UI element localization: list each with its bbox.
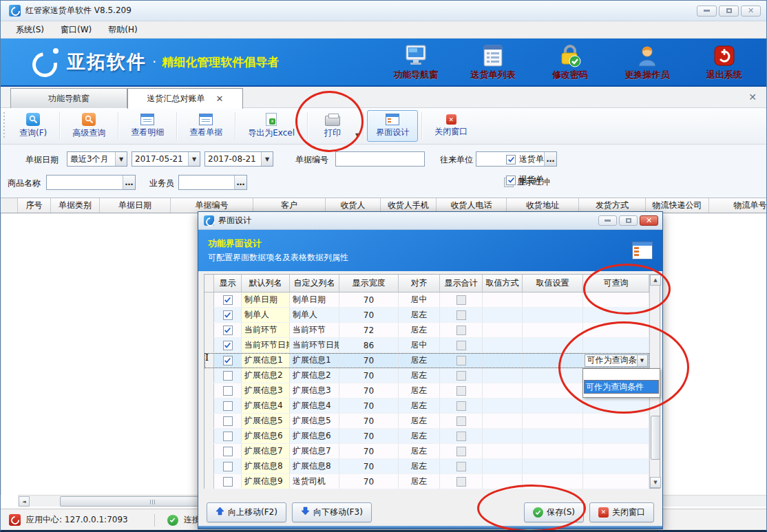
default-name-cell[interactable]: 扩展信息4 xyxy=(242,398,290,413)
show-cell[interactable] xyxy=(214,292,242,307)
value-setting-cell[interactable] xyxy=(523,398,583,413)
show-cell[interactable] xyxy=(214,429,242,443)
return-checkbox[interactable]: 退货单 xyxy=(506,174,544,186)
default-name-cell[interactable]: 扩展信息2 xyxy=(242,368,290,383)
custom-name-cell[interactable]: 扩展信息2 xyxy=(290,368,339,383)
scroll-down-icon[interactable]: ▼ xyxy=(650,477,661,488)
align-cell[interactable]: 居左 xyxy=(399,429,440,443)
view-document-button[interactable]: 查看单据 xyxy=(180,110,231,142)
align-cell[interactable]: 居左 xyxy=(399,474,440,489)
table-row[interactable]: 扩展信息6扩展信息670居左 xyxy=(204,429,649,444)
checkbox-checked-icon[interactable] xyxy=(506,155,516,164)
width-cell[interactable]: 70 xyxy=(339,398,399,413)
queryable-cell[interactable] xyxy=(583,414,649,428)
table-row[interactable]: 制单日期制单日期70居中 xyxy=(204,292,649,308)
print-dropdown-icon[interactable]: ▼ xyxy=(355,132,359,138)
width-cell[interactable]: 70 xyxy=(339,414,399,428)
align-cell[interactable]: 居左 xyxy=(399,444,440,458)
show-cell[interactable] xyxy=(214,308,242,322)
main-column-header[interactable]: 客户 xyxy=(253,198,326,213)
sum-cell[interactable] xyxy=(440,323,483,337)
sum-cell[interactable] xyxy=(440,444,483,458)
width-cell[interactable]: 70 xyxy=(339,383,399,398)
show-checkbox[interactable] xyxy=(223,416,233,426)
sum-checkbox[interactable] xyxy=(456,477,466,487)
dropdown-blank-option[interactable] xyxy=(583,369,660,380)
width-cell[interactable]: 70 xyxy=(339,444,399,458)
tab-delivery-summary[interactable]: 送货汇总对账单 ✕ xyxy=(127,88,243,109)
value-method-cell[interactable] xyxy=(483,338,523,352)
product-picker[interactable]: … xyxy=(46,175,136,190)
nav-window-button[interactable]: 功能导航窗 xyxy=(386,43,445,81)
custom-name-cell[interactable]: 制单人 xyxy=(290,308,339,322)
menu-help[interactable]: 帮助(H) xyxy=(100,22,145,38)
value-setting-cell[interactable] xyxy=(523,323,583,337)
value-method-cell[interactable] xyxy=(483,429,523,443)
sum-cell[interactable] xyxy=(440,353,483,368)
queryable-cell[interactable] xyxy=(583,323,649,337)
align-cell[interactable]: 居中 xyxy=(399,292,440,307)
main-column-header[interactable]: 收货人电话 xyxy=(437,198,507,213)
row-header-cell[interactable] xyxy=(204,414,214,428)
dialog-close-button[interactable]: ✕ xyxy=(640,215,658,226)
export-excel-button[interactable]: x 导出为Excel xyxy=(239,110,304,142)
chevron-down-icon[interactable]: ▼ xyxy=(261,152,273,166)
sum-checkbox[interactable] xyxy=(456,416,466,426)
custom-name-cell[interactable]: 扩展信息1 xyxy=(290,353,339,368)
print-button[interactable]: 打印 xyxy=(311,110,354,142)
queryable-cell[interactable] xyxy=(583,444,649,458)
queryable-cell[interactable] xyxy=(583,292,649,307)
menu-window[interactable]: 窗口(W) xyxy=(52,22,100,38)
table-row[interactable]: 当前环节日期当前环节日期86居中 xyxy=(204,338,649,353)
exit-system-button[interactable]: 退出系统 xyxy=(695,43,754,81)
dialog-column-header[interactable]: 显示 xyxy=(214,275,242,292)
switch-operator-button[interactable]: 更换操作员 xyxy=(618,43,677,81)
show-cell[interactable] xyxy=(214,353,242,368)
chevron-down-icon[interactable]: ▼ xyxy=(115,152,127,166)
sum-checkbox[interactable] xyxy=(456,386,466,396)
align-cell[interactable]: 居左 xyxy=(399,459,440,474)
width-cell[interactable]: 86 xyxy=(339,338,399,352)
ellipsis-icon[interactable]: … xyxy=(234,175,246,189)
tab-close-icon[interactable]: ✕ xyxy=(216,94,224,104)
scrollbar-thumb[interactable] xyxy=(651,416,660,460)
custom-name-cell[interactable]: 扩展信息4 xyxy=(290,398,339,413)
show-checkbox[interactable] xyxy=(223,432,233,441)
show-checkbox[interactable] xyxy=(223,341,233,350)
custom-name-cell[interactable]: 送货司机 xyxy=(290,474,339,489)
row-header-cell[interactable] xyxy=(204,368,214,383)
custom-name-cell[interactable]: 扩展信息8 xyxy=(290,459,339,474)
dialog-column-header[interactable]: 对齐 xyxy=(399,275,440,292)
close-button[interactable]: ✕ xyxy=(741,6,761,17)
dialog-column-header[interactable]: 自定义列名 xyxy=(290,275,339,292)
sum-checkbox[interactable] xyxy=(456,462,466,471)
show-checkbox[interactable] xyxy=(223,326,233,335)
value-setting-cell[interactable] xyxy=(523,444,583,458)
dialog-column-header[interactable]: 可查询 xyxy=(583,275,649,292)
value-method-cell[interactable] xyxy=(483,308,523,322)
custom-name-cell[interactable]: 扩展信息6 xyxy=(290,429,339,443)
show-cell[interactable] xyxy=(214,383,242,398)
sum-cell[interactable] xyxy=(440,414,483,428)
row-header-cell[interactable] xyxy=(204,338,214,352)
default-name-cell[interactable]: 制单人 xyxy=(242,308,290,322)
default-name-cell[interactable]: 扩展信息5 xyxy=(242,414,290,428)
close-window-button[interactable]: ✕ 关闭窗口 xyxy=(425,110,476,142)
move-up-button[interactable]: 向上移动(F2) xyxy=(207,502,286,522)
width-cell[interactable]: 70 xyxy=(339,292,399,307)
queryable-cell[interactable] xyxy=(583,429,649,443)
show-checkbox[interactable] xyxy=(223,295,233,305)
dialog-column-header[interactable]: 取值设置 xyxy=(523,275,583,292)
sum-cell[interactable] xyxy=(440,429,483,443)
value-setting-cell[interactable] xyxy=(523,292,583,307)
menu-system[interactable]: 系统(S) xyxy=(8,22,52,38)
sum-checkbox[interactable] xyxy=(456,432,466,441)
dialog-minimize-button[interactable] xyxy=(598,215,617,226)
value-setting-cell[interactable] xyxy=(523,459,583,474)
queryable-cell[interactable]: 可作为查询条件▼ xyxy=(583,353,649,368)
sum-checkbox[interactable] xyxy=(456,356,466,365)
value-setting-cell[interactable] xyxy=(523,474,583,489)
main-column-header[interactable]: 收货人手机 xyxy=(381,198,437,213)
main-column-header[interactable]: 物流单号 xyxy=(709,198,767,213)
date-from-select[interactable]: 2017-05-21 ▼ xyxy=(132,151,200,167)
